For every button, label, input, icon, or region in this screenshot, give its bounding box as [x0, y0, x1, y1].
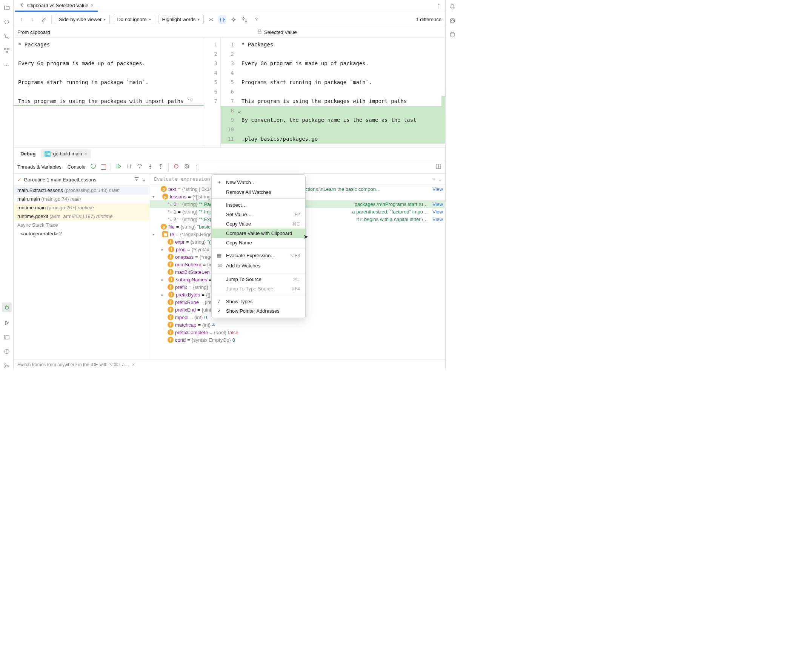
rerun-icon[interactable]: [90, 163, 96, 170]
goroutine-header[interactable]: ✓ Goroutine 1 main.ExtractLessons ⌄: [14, 174, 150, 186]
right-gutter: 1 2 3 4 5 6 7 8 9 10 11: [220, 38, 237, 147]
step-into-icon[interactable]: [147, 163, 153, 170]
diff-toolbar: ↑ ↓ Side-by-side viewer ▾ Do not ignore …: [14, 12, 445, 27]
help-icon[interactable]: ?: [252, 15, 260, 24]
diff-left-pane[interactable]: * Packages Every Go program is made up o…: [14, 38, 204, 147]
tab-menu-icon[interactable]: ⋮: [433, 3, 444, 9]
menu-new-watch[interactable]: ＋New Watch…: [212, 177, 305, 187]
run-tab-close-icon[interactable]: ×: [85, 151, 88, 157]
check-icon: ✓: [217, 308, 223, 314]
diff-line: [14, 49, 204, 59]
tab-clipboard-diff[interactable]: Clipboard vs Selected Value ×: [15, 0, 98, 12]
tab-close-icon[interactable]: ×: [91, 2, 94, 8]
svg-point-21: [220, 265, 222, 267]
goroutine-title: Goroutine 1 main.ExtractLessons: [24, 177, 131, 183]
console-tab[interactable]: Console: [68, 164, 86, 170]
collapse-icon[interactable]: [207, 15, 215, 24]
autogen-frame[interactable]: <autogenerated>:2: [14, 229, 150, 238]
git-icon[interactable]: [3, 362, 11, 370]
menu-set-value[interactable]: Set Value…F2: [212, 210, 305, 219]
menu-jump-type: Jump To Type Source⇧F4: [212, 284, 305, 293]
ignore-dropdown[interactable]: Do not ignore ▾: [113, 15, 155, 24]
diff-left-title: From clipboard: [14, 27, 204, 37]
database-icon[interactable]: [449, 32, 455, 39]
edit-icon[interactable]: [40, 15, 48, 24]
frame-row[interactable]: main.main (main.go:74) main: [14, 195, 150, 203]
diff-headers: From clipboard Selected Value: [14, 27, 445, 38]
frame-row[interactable]: main.ExtractLessons (processing.go:143) …: [14, 186, 150, 195]
run-config-tab[interactable]: Go go build main ×: [41, 149, 91, 158]
status-close-icon[interactable]: ×: [132, 362, 135, 367]
menu-inspect[interactable]: Inspect…: [212, 200, 305, 210]
diff-line: * Packages: [237, 40, 445, 49]
chevrons-icon[interactable]: [3, 18, 11, 26]
menu-add-watch[interactable]: Add to Watches: [212, 260, 305, 271]
menu-show-types[interactable]: ✓Show Types: [212, 297, 305, 306]
filter-icon[interactable]: [134, 176, 140, 183]
frame-row[interactable]: runtime.main (proc.go:267) runtime: [14, 203, 150, 212]
svg-rect-4: [6, 51, 8, 53]
debug-icon[interactable]: [2, 302, 12, 312]
frame-row[interactable]: runtime.goexit (asm_arm64.s:1197) runtim…: [14, 212, 150, 221]
structure-icon[interactable]: [3, 47, 11, 54]
prev-diff-icon[interactable]: ↑: [17, 15, 26, 24]
async-label: Async Stack Trace: [14, 221, 150, 229]
frames-panel: ✓ Goroutine 1 main.ExtractLessons ⌄ main…: [14, 174, 150, 359]
pause-icon[interactable]: [126, 163, 132, 170]
tools-icon[interactable]: [241, 15, 249, 24]
breakpoints-icon[interactable]: [173, 163, 179, 170]
diff-right-title: Selected Value: [264, 29, 297, 35]
editor-tabs: Clipboard vs Selected Value × ⋮: [14, 0, 445, 12]
gear-icon[interactable]: [229, 15, 238, 24]
sync-scroll-icon[interactable]: [218, 15, 226, 24]
more-icon[interactable]: ⋯: [3, 61, 11, 69]
next-diff-icon[interactable]: ↓: [29, 15, 37, 24]
diff-right-pane[interactable]: * Packages Every Go program is made up o…: [237, 38, 445, 147]
run-icon[interactable]: [3, 319, 11, 327]
svg-point-19: [451, 32, 454, 34]
folder-icon[interactable]: [3, 4, 11, 11]
collapse-chevron-icon[interactable]: «: [238, 109, 241, 115]
svg-rect-6: [5, 335, 9, 339]
diff-body: * Packages Every Go program is made up o…: [14, 38, 445, 147]
dropdown-icon[interactable]: ⌄: [142, 177, 146, 183]
viewer-mode-dropdown[interactable]: Side-by-side viewer ▾: [55, 15, 110, 24]
step-out-icon[interactable]: [158, 163, 164, 170]
menu-jump-source[interactable]: Jump To Source⌘↓: [212, 275, 305, 284]
svg-point-20: [218, 265, 220, 267]
diff-line-added: By convention, the package name is the s…: [237, 115, 445, 125]
plus-icon: ＋: [217, 179, 223, 186]
ai-icon[interactable]: [449, 18, 455, 25]
ignore-label: Do not ignore: [117, 17, 146, 22]
watch-dropdown-icon[interactable]: ⌄: [438, 176, 441, 182]
menu-copy-name[interactable]: Copy Name: [212, 238, 305, 247]
threads-tab[interactable]: Threads & Variables: [17, 164, 62, 170]
problems-icon[interactable]: [3, 348, 11, 355]
terminal-icon[interactable]: [3, 333, 11, 341]
diff-line: [237, 87, 445, 97]
more-debug-icon[interactable]: ⋮: [194, 164, 199, 170]
cursor-icon: ➤: [303, 233, 308, 240]
step-over-icon[interactable]: [137, 163, 143, 170]
context-menu: ＋New Watch… Remove All Watches Inspect… …: [211, 174, 306, 318]
diff-line: [237, 68, 445, 78]
notifications-icon[interactable]: [449, 4, 455, 11]
caret-icon: ▾: [104, 17, 106, 21]
menu-show-pointers[interactable]: ✓Show Pointer Addresses: [212, 306, 305, 316]
diff-line-added: [237, 106, 445, 115]
menu-evaluate[interactable]: ▦Evaluate Expression…⌥F8: [212, 251, 305, 260]
resume-icon[interactable]: [115, 163, 121, 170]
stop-icon[interactable]: [101, 164, 106, 170]
scissors-icon[interactable]: ✂: [432, 176, 435, 182]
layout-icon[interactable]: [435, 163, 441, 170]
menu-copy-value[interactable]: Copy Value⌘C: [212, 219, 305, 229]
diff-line-added: .play basics/packages.go: [237, 134, 445, 144]
status-bar: Switch frames from anywhere in the IDE w…: [14, 359, 445, 370]
svg-rect-3: [8, 48, 9, 50]
highlight-dropdown[interactable]: Highlight words ▾: [158, 15, 204, 24]
menu-remove-watches[interactable]: Remove All Watches: [212, 187, 305, 197]
menu-compare-clipboard[interactable]: Compare Value with Clipboard: [212, 229, 305, 238]
debug-toolbar: Threads & Variables Console ⋮: [14, 160, 445, 174]
vcs-icon[interactable]: [3, 32, 11, 40]
mute-bp-icon[interactable]: [184, 163, 190, 170]
